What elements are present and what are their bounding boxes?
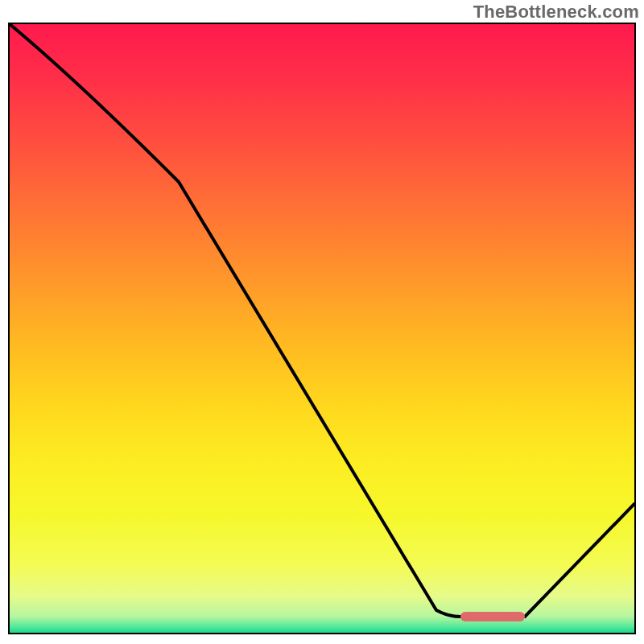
chart-gradient-bg xyxy=(10,24,634,633)
watermark-label: TheBottleneck.com xyxy=(473,2,639,23)
chart-frame xyxy=(8,23,636,634)
gradient-rect xyxy=(10,24,634,633)
